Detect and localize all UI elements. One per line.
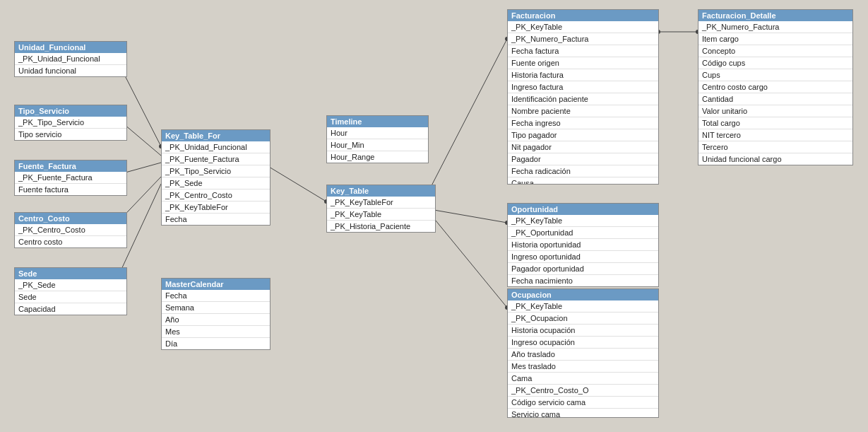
table-ocupacion[interactable]: Ocupacion _PK_KeyTable _PK_Ocupacion His… [507, 288, 659, 418]
table-row: Fecha nacimiento [508, 275, 658, 286]
table-facturacion-detalle[interactable]: Facturacion_Detalle _PK_Numero_Factura I… [698, 9, 853, 165]
table-body: _PK_KeyTableFor _PK_KeyTable _PK_Histori… [327, 197, 435, 232]
table-row: Fecha radicación [508, 165, 658, 177]
table-row: _PK_Tipo_Servicio [15, 117, 126, 129]
diagram-canvas: Unidad_Funcional _PK_Unidad_Funcional Un… [0, 0, 868, 432]
table-body: _PK_Tipo_Servicio Tipo servicio [15, 117, 126, 140]
table-tipo-servicio[interactable]: Tipo_Servicio _PK_Tipo_Servicio Tipo ser… [14, 105, 127, 141]
table-row: Ingreso factura [508, 81, 658, 93]
table-body: _PK_Centro_Costo Centro costo [15, 224, 126, 247]
table-body: _PK_KeyTable _PK_Ocupacion Historia ocup… [508, 300, 658, 417]
table-row: _PK_KeyTable [327, 209, 435, 221]
table-row: _PK_Centro_Costo [162, 189, 270, 202]
table-body: _PK_KeyTable _PK_Oportunidad Historia op… [508, 215, 658, 286]
table-row: Ingreso ocupación [508, 337, 658, 349]
svg-line-7 [426, 209, 507, 223]
table-row: Fuente factura [15, 184, 126, 195]
table-unidad-funcional[interactable]: Unidad_Funcional _PK_Unidad_Funcional Un… [14, 41, 127, 77]
table-row: Hour [327, 127, 428, 139]
table-row: Semana [162, 302, 270, 314]
table-row: Cups [698, 69, 852, 81]
table-master-calendar[interactable]: MasterCalendar Fecha Semana Año Mes Día [161, 278, 270, 350]
table-header: Timeline [327, 116, 428, 127]
table-row: Pagador [508, 153, 658, 165]
table-row: _PK_Numero_Factura [698, 21, 852, 33]
table-header: Facturacion [508, 10, 658, 21]
table-row: Tercero [698, 141, 852, 153]
table-row: Centro costo cargo [698, 81, 852, 93]
table-row: Historia ocupación [508, 325, 658, 337]
table-header: MasterCalendar [162, 279, 270, 290]
table-header: Fuente_Factura [15, 160, 126, 172]
table-header: Centro_Costo [15, 213, 126, 224]
table-row: NIT tercero [698, 129, 852, 141]
table-row: _PK_Sede [15, 279, 126, 291]
table-centro-costo[interactable]: Centro_Costo _PK_Centro_Costo Centro cos… [14, 212, 127, 248]
table-row: Fecha [162, 290, 270, 302]
table-row: _PK_Fuente_Factura [15, 172, 126, 184]
table-timeline[interactable]: Timeline Hour Hour_Min Hour_Range [326, 115, 429, 163]
table-body: _PK_Unidad_Funcional _PK_Fuente_Factura … [162, 141, 270, 225]
table-row: _PK_Numero_Factura [508, 33, 658, 45]
table-body: _PK_Numero_Factura Item cargo Concepto C… [698, 21, 852, 165]
table-row: _PK_Historia_Paciente [327, 221, 435, 232]
table-row: Concepto [698, 45, 852, 57]
table-row: _PK_Tipo_Servicio [162, 165, 270, 177]
table-row: Hour_Range [327, 151, 428, 163]
table-sede[interactable]: Sede _PK_Sede Sede Capacidad [14, 267, 127, 315]
table-row: Servicio cama [508, 409, 658, 417]
table-oportunidad[interactable]: Oportunidad _PK_KeyTable _PK_Oportunidad… [507, 203, 659, 287]
table-row: Año [162, 314, 270, 326]
table-header: Key_Table [327, 185, 435, 197]
svg-line-5 [262, 163, 326, 202]
table-row: _PK_Sede [162, 177, 270, 189]
table-row: _PK_KeyTable [508, 21, 658, 33]
table-row: Capacidad [15, 303, 126, 315]
table-row: Unidad funcional cargo [698, 153, 852, 165]
table-row: _PK_KeyTableFor [327, 197, 435, 209]
table-header: Key_Table_For [162, 130, 270, 141]
table-key-table-for[interactable]: Key_Table_For _PK_Unidad_Funcional _PK_F… [161, 129, 270, 226]
table-key-table[interactable]: Key_Table _PK_KeyTableFor _PK_KeyTable _… [326, 185, 436, 233]
svg-line-8 [426, 209, 507, 308]
table-row: Valor unitario [698, 105, 852, 117]
table-row: Cantidad [698, 93, 852, 105]
table-row: Código servicio cama [508, 397, 658, 409]
table-row: _PK_Oportunidad [508, 227, 658, 239]
table-row: _PK_Ocupacion [508, 313, 658, 325]
table-row: Nombre paciente [508, 105, 658, 117]
table-header: Unidad_Funcional [15, 42, 126, 53]
table-row: Año traslado [508, 349, 658, 361]
table-row: Día [162, 338, 270, 349]
table-row: _PK_Unidad_Funcional [162, 141, 270, 153]
table-row: Centro costo [15, 236, 126, 247]
table-body: Hour Hour_Min Hour_Range [327, 127, 428, 163]
table-row: _PK_Centro_Costo [15, 224, 126, 236]
table-header: Sede [15, 268, 126, 279]
table-header: Tipo_Servicio [15, 105, 126, 117]
table-row: Unidad funcional [15, 65, 126, 76]
table-row: Nit pagador [508, 141, 658, 153]
table-fuente-factura[interactable]: Fuente_Factura _PK_Fuente_Factura Fuente… [14, 160, 127, 196]
table-body: _PK_Unidad_Funcional Unidad funcional [15, 53, 126, 76]
table-row: _PK_Unidad_Funcional [15, 53, 126, 65]
table-row: Mes traslado [508, 361, 658, 373]
table-row: Mes [162, 326, 270, 338]
table-row: Fecha [162, 214, 270, 225]
table-header: Ocupacion [508, 289, 658, 300]
table-facturacion[interactable]: Facturacion _PK_KeyTable _PK_Numero_Fact… [507, 9, 659, 185]
table-body: _PK_KeyTable _PK_Numero_Factura Fecha fa… [508, 21, 658, 184]
table-row: Pagador oportunidad [508, 263, 658, 275]
table-row: Total cargo [698, 117, 852, 129]
table-row: Tipo pagador [508, 129, 658, 141]
table-body: Fecha Semana Año Mes Día [162, 290, 270, 349]
table-row: Fecha factura [508, 45, 658, 57]
table-header: Oportunidad [508, 204, 658, 215]
table-row: Historia oportunidad [508, 239, 658, 251]
table-row: Tipo servicio [15, 129, 126, 140]
table-row: Item cargo [698, 33, 852, 45]
table-row: Causa [508, 177, 658, 184]
table-row: _PK_KeyTable [508, 215, 658, 227]
table-row: Cama [508, 373, 658, 385]
table-row: Ingreso oportunidad [508, 251, 658, 263]
